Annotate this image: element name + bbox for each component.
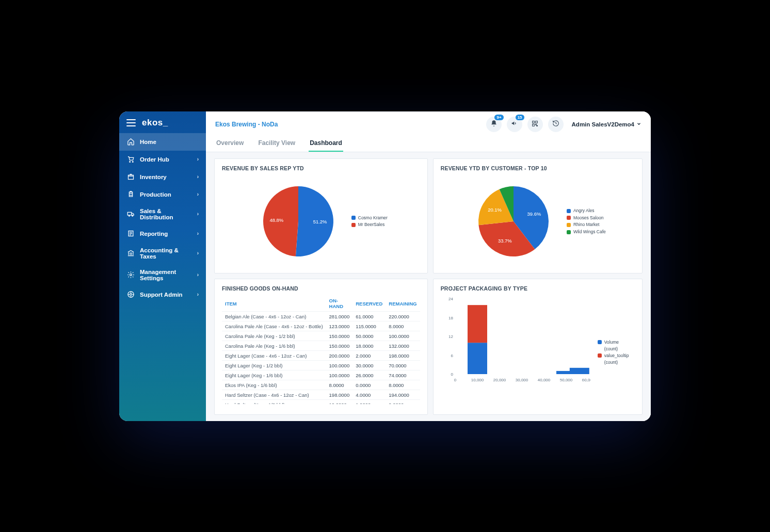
cart-icon — [126, 155, 135, 164]
sidebar-item-sales-distribution[interactable]: Sales & Distribution› — [119, 203, 206, 225]
table-cell: Eight Lager (Keg - 1/6 bbl) — [222, 370, 326, 380]
table-row[interactable]: Belgian Ale (Case - 4x6 - 12oz - Can)281… — [222, 312, 420, 321]
table-cell: 4.0000 — [352, 390, 386, 400]
table-row[interactable]: Eight Lager (Keg - 1/6 bbl)100.000026.00… — [222, 370, 420, 380]
table-cell: Carolina Pale Ale (Case - 4x6 - 12oz - B… — [222, 321, 326, 331]
announcements-badge: 15 — [516, 115, 524, 121]
table-cell: 9.0000 — [386, 400, 420, 405]
card-title: REVENUE YTD BY CUSTOMER - TOP 10 — [441, 165, 635, 171]
sidebar-item-management-settings[interactable]: Management Settings› — [119, 264, 206, 286]
table-cell: 1.0000 — [352, 400, 386, 405]
sidebar: ekos_ HomeOrder Hub›Inventory›Production… — [119, 111, 206, 421]
bar-segment[interactable] — [468, 343, 487, 374]
chevron-right-icon: › — [197, 250, 199, 256]
brand-logo: ekos_ — [142, 118, 168, 128]
chevron-right-icon: › — [197, 292, 199, 297]
qr-icon — [532, 120, 538, 129]
svg-point-5 — [132, 215, 133, 216]
sidebar-item-order-hub[interactable]: Order Hub› — [119, 151, 206, 168]
legend-swatch — [598, 353, 602, 358]
sidebar-item-home[interactable]: Home — [119, 133, 206, 151]
sidebar-item-production[interactable]: Production› — [119, 186, 206, 203]
bar-segment[interactable] — [468, 305, 487, 343]
sidebar-item-support-admin[interactable]: Support Admin› — [119, 286, 206, 303]
user-menu[interactable]: Admin SalesV2Demo4 — [572, 121, 641, 127]
tab-bar: OverviewFacility ViewDashboard — [206, 135, 651, 152]
sidebar-item-inventory[interactable]: Inventory› — [119, 168, 206, 186]
table-row[interactable]: Carolina Pale Ale (Case - 4x6 - 12oz - B… — [222, 321, 420, 331]
table-cell: 2.0000 — [352, 351, 386, 361]
announcements-button[interactable]: 15 — [507, 117, 522, 132]
table-cell: Eight Lager (Case - 4x6 - 12oz - Can) — [222, 351, 326, 361]
table-row[interactable]: Hard Seltzer (Case - 4x6 - 12oz - Can)19… — [222, 390, 420, 400]
legend-item: Wild Wings Cafe — [567, 229, 606, 236]
table-row[interactable]: Carolina Pale Ale (Keg - 1/6 bbl)150.000… — [222, 341, 420, 351]
svg-point-4 — [129, 215, 130, 216]
legend-item: Mr BeerSales — [351, 221, 388, 229]
pie-slice-label: 48.8% — [269, 217, 283, 223]
legend-item: Cosmo Kramer — [351, 215, 388, 222]
tab-facility-view[interactable]: Facility View — [257, 135, 296, 152]
table-row[interactable]: Eight Lager (Keg - 1/2 bbl)100.000030.00… — [222, 361, 420, 370]
chevron-right-icon: › — [197, 191, 199, 197]
table-cell: 61.0000 — [352, 312, 386, 321]
table-cell: 0.0000 — [352, 380, 386, 390]
pie-slice-label: 33.7% — [498, 238, 512, 244]
tab-dashboard[interactable]: Dashboard — [309, 135, 343, 152]
legend-swatch — [598, 340, 602, 344]
legend-swatch — [567, 209, 571, 213]
table-cell: 100.0000 — [386, 331, 420, 341]
svg-point-0 — [129, 162, 130, 163]
sidebar-item-label: Sales & Distribution — [140, 208, 192, 220]
legend-swatch — [567, 223, 571, 227]
x-tick-label: 50,000 — [559, 378, 572, 382]
sidebar-item-label: Home — [140, 139, 156, 145]
table-row[interactable]: Carolina Pale Ale (Keg - 1/2 bbl)150.000… — [222, 331, 420, 341]
sidebar-item-label: Order Hub — [140, 156, 169, 163]
legend-label: Angry Ales — [573, 207, 595, 215]
legend-item: Mooses Saloon — [567, 215, 606, 222]
home-icon — [126, 138, 135, 146]
card-title: PROJECT PACKAGING BY TYPE — [441, 285, 635, 292]
history-button[interactable] — [548, 117, 564, 132]
table-cell: Hard Seltzer (Case - 4x6 - 12oz - Can) — [222, 390, 326, 400]
table-header[interactable]: REMAINING — [386, 296, 420, 312]
sidebar-item-label: Support Admin — [140, 292, 183, 298]
x-tick-label: 30,000 — [515, 378, 528, 382]
finished-goods-scroll[interactable]: ITEMON-HANDRESERVEDREMAINING Belgian Ale… — [222, 296, 420, 404]
table-cell: 194.0000 — [386, 390, 420, 400]
legend-label: value_tooltip(count) — [604, 352, 629, 366]
card-title: REVENUE BY SALES REP YTD — [222, 165, 420, 171]
table-header[interactable]: RESERVED — [352, 296, 386, 312]
table-row[interactable]: Ekos IPA (Keg - 1/6 bbl)8.00000.00008.00… — [222, 380, 420, 390]
finished-goods-table: ITEMON-HANDRESERVEDREMAINING Belgian Ale… — [222, 296, 420, 404]
menu-toggle[interactable] — [126, 119, 136, 126]
table-cell: 100.0000 — [326, 370, 353, 380]
tab-overview[interactable]: Overview — [215, 135, 245, 152]
bar-segment[interactable] — [569, 368, 589, 374]
sidebar-item-reporting[interactable]: Reporting› — [119, 225, 206, 243]
table-header[interactable]: ON-HAND — [326, 296, 353, 312]
sidebar-item-label: Management Settings — [140, 269, 192, 281]
apps-button[interactable] — [527, 117, 543, 132]
legend-label: Mooses Saloon — [573, 215, 604, 222]
table-cell: 281.0000 — [326, 312, 353, 321]
table-cell: 198.0000 — [326, 390, 353, 400]
y-tick-label: 18 — [448, 316, 453, 320]
svg-rect-10 — [533, 121, 535, 123]
notifications-button[interactable]: 9+ — [486, 117, 502, 132]
legend-label: Volume(count) — [604, 339, 619, 352]
legend-item: Angry Ales — [567, 207, 606, 215]
table-cell: 30.0000 — [352, 361, 386, 370]
sidebar-item-accounting-taxes[interactable]: Accounting & Taxes› — [119, 243, 206, 264]
y-tick-label: 12 — [448, 334, 453, 339]
chevron-right-icon: › — [197, 156, 199, 162]
table-row[interactable]: Hard Seltzer (Keg - 1/2 bbl)10.00001.000… — [222, 400, 420, 405]
table-cell: 132.0000 — [386, 341, 420, 351]
table-cell: 150.0000 — [326, 331, 353, 341]
pie-slice-label: 51.2% — [313, 219, 327, 224]
chevron-right-icon: › — [197, 272, 199, 278]
table-header[interactable]: ITEM — [222, 296, 326, 312]
breadcrumb[interactable]: Ekos Brewing - NoDa — [215, 121, 278, 128]
table-row[interactable]: Eight Lager (Case - 4x6 - 12oz - Can)200… — [222, 351, 420, 361]
